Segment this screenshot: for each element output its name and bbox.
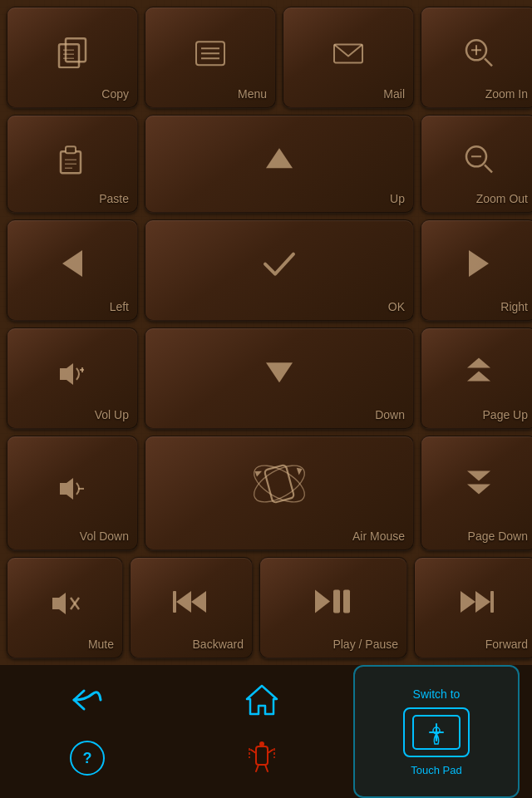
row-2: Paste Up Zoom Out [7,115,532,212]
menu-label: Menu [238,87,267,101]
playpause-label: Play / Pause [332,638,398,651]
touchpad-switch-panel[interactable]: Switch to Touch Pad [353,665,520,798]
svg-rect-49 [256,746,268,765]
down-button[interactable]: Down [145,328,414,429]
volup-button[interactable]: Vol Up [7,328,138,429]
copy-button[interactable]: Copy [7,7,138,108]
zoomin-button[interactable]: Zoom In [421,7,532,108]
home-button[interactable] [245,684,278,722]
svg-line-21 [485,165,492,172]
right-label: Right [500,300,528,313]
mute-label: Mute [88,638,114,651]
svg-rect-41 [173,591,176,613]
voldown-label: Vol Down [80,530,129,543]
svg-marker-28 [266,362,293,382]
help-icon: ? [83,750,92,767]
forward-label: Forward [485,638,528,651]
mail-label: Mail [383,87,405,101]
switch-to-label: Switch to [413,687,461,701]
svg-marker-19 [266,148,293,168]
backward-button[interactable]: Backward [130,557,253,658]
svg-line-52 [265,765,268,771]
touchpad-icon [403,707,470,757]
svg-marker-46 [475,591,490,613]
down-label: Down [375,408,405,421]
zoomout-button[interactable]: Zoom Out [421,115,532,212]
svg-rect-14 [61,151,81,173]
left-label: Left [110,300,129,313]
svg-marker-36 [52,593,66,614]
svg-marker-29 [60,478,73,500]
svg-line-51 [256,765,259,771]
back-button[interactable] [69,687,106,718]
row-1: Copy Menu Mail Zoom [7,7,532,108]
svg-point-50 [259,741,264,746]
ok-label: OK [388,300,405,313]
pagedown-button[interactable]: Page Down [421,436,532,549]
bottom-left-section: ? [4,665,170,798]
svg-marker-40 [176,591,191,613]
mute-button[interactable]: Mute [7,557,123,658]
pageup-icon [467,357,490,381]
airmouse-button[interactable]: Air Mouse [145,436,414,549]
svg-marker-45 [461,591,475,613]
pagedown-label: Page Down [468,530,528,543]
svg-rect-43 [333,589,340,613]
mail-button[interactable]: Mail [283,7,414,108]
svg-rect-1 [59,44,79,67]
row-4: Vol Up Down Page Up [7,328,532,429]
menu-button[interactable]: Menu [145,7,276,108]
row-5: Vol Down Air Mouse Page Down [7,436,532,549]
ok-button[interactable]: OK [145,219,414,321]
row-6: Mute Backward Play / Pause [7,557,532,658]
touchpad-label: Touch Pad [411,764,461,776]
paste-label: Paste [99,192,129,205]
up-label: Up [390,192,405,205]
zoomin-label: Zoom In [485,87,528,101]
pagedown-icon [467,471,490,495]
left-button[interactable]: Left [7,219,138,321]
playpause-button[interactable]: Play / Pause [259,557,407,658]
svg-rect-47 [490,591,494,613]
bottom-center-section [179,665,345,798]
svg-marker-24 [469,250,489,277]
svg-marker-39 [191,591,206,613]
paste-button[interactable]: Paste [7,115,138,212]
pageup-button[interactable]: Page Up [421,328,532,429]
copy-label: Copy [101,87,129,101]
svg-rect-15 [66,146,76,153]
backward-label: Backward [193,638,244,651]
svg-marker-48 [247,686,277,714]
zoomout-label: Zoom Out [476,192,528,205]
svg-marker-25 [60,363,73,385]
help-button[interactable]: ? [70,741,105,776]
row-3: Left OK Right [7,219,532,321]
svg-rect-44 [343,589,350,613]
pageup-label: Page Up [483,408,528,421]
forward-button[interactable]: Forward [414,557,532,658]
main-grid: Copy Menu Mail Zoom [0,0,532,665]
svg-line-11 [485,58,492,66]
svg-marker-23 [62,250,82,277]
svg-rect-31 [264,465,294,503]
volup-label: Vol Up [95,408,129,421]
shake-button[interactable] [248,740,276,779]
airmouse-label: Air Mouse [352,530,405,543]
bottom-bar: ? [0,665,532,798]
up-button[interactable]: Up [145,115,414,212]
voldown-button[interactable]: Vol Down [7,436,138,549]
svg-marker-42 [315,589,330,613]
right-button[interactable]: Right [421,219,532,321]
